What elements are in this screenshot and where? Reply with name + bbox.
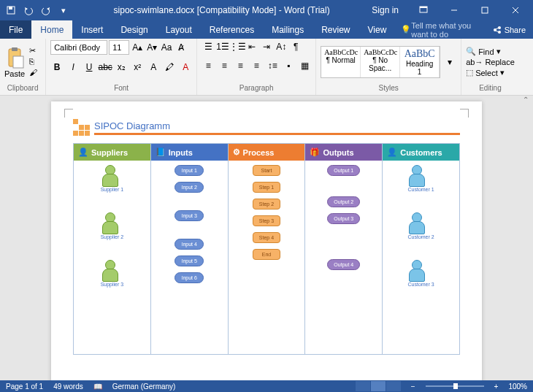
superscript-button[interactable]: x² xyxy=(131,61,144,74)
input-shape: Input 3 xyxy=(175,210,204,221)
lane-head-customers: 👤 Customers xyxy=(383,144,459,161)
sort-button[interactable]: A↕ xyxy=(275,40,288,53)
replace-button[interactable]: ab→ Replace xyxy=(466,58,515,66)
lane-inputs: 📘 Inputs Input 1 Input 2 Input 3 Input 4… xyxy=(151,144,229,354)
input-shape: Input 5 xyxy=(175,255,204,266)
shrink-font-button[interactable]: A▾ xyxy=(145,41,158,54)
justify-button[interactable]: ≡ xyxy=(250,59,263,72)
align-center-button[interactable]: ≡ xyxy=(218,59,231,72)
bullets-button[interactable]: ☰ xyxy=(202,40,215,53)
output-shape: Output 2 xyxy=(327,196,360,207)
person-icon xyxy=(407,212,425,234)
view-web-button[interactable] xyxy=(386,381,401,391)
decorative-squares-icon xyxy=(73,119,90,136)
group-paragraph: ☰ 1☰ ⋮☰ ⇤ ⇥ A↕ ¶ ≡ ≡ ≡ ≡ ↕≡ ▪ ▦ Paragrap… xyxy=(197,39,316,95)
tab-view[interactable]: View xyxy=(359,20,396,39)
group-styles: AaBbCcDc¶ Normal AaBbCcDc¶ No Spac... Aa… xyxy=(316,39,461,95)
borders-button[interactable]: ▦ xyxy=(298,59,311,72)
clipboard-icon xyxy=(4,46,25,69)
group-clipboard: Paste ✂ ⎘ 🖌 Clipboard xyxy=(0,39,46,95)
tab-file[interactable]: File xyxy=(0,20,31,39)
decrease-indent-button[interactable]: ⇤ xyxy=(245,40,258,53)
numbering-button[interactable]: 1☰ xyxy=(216,40,229,53)
zoom-slider[interactable] xyxy=(426,385,484,387)
ribbon: Paste ✂ ⎘ 🖌 Clipboard Calibri (Body 11 A… xyxy=(0,39,533,96)
crop-mark-icon xyxy=(460,109,469,118)
highlight-button[interactable]: 🖍 xyxy=(163,61,176,74)
tab-home[interactable]: Home xyxy=(31,20,72,39)
font-color-button[interactable]: A xyxy=(179,61,192,74)
undo-button[interactable] xyxy=(20,2,37,18)
sipoc-swimlane: 👤 Suppliers Supplier 1 Supplier 2 Suppli… xyxy=(73,143,460,355)
tab-design[interactable]: Design xyxy=(112,20,156,39)
input-shape: Input 2 xyxy=(175,182,204,193)
shading-button[interactable]: ▪ xyxy=(282,59,295,72)
find-button[interactable]: 🔍 Find ▾ xyxy=(466,47,515,56)
close-button[interactable] xyxy=(501,1,530,20)
line-spacing-button[interactable]: ↕≡ xyxy=(266,59,279,72)
lane-suppliers: 👤 Suppliers Supplier 1 Supplier 2 Suppli… xyxy=(74,144,151,354)
tab-layout[interactable]: Layout xyxy=(157,20,201,39)
tellme-search[interactable]: 💡 Tell me what you want to do xyxy=(401,20,485,39)
output-shape: Output 3 xyxy=(327,213,360,224)
style-nospacing[interactable]: AaBbCcDc¶ No Spac... xyxy=(361,47,400,77)
subscript-button[interactable]: x₂ xyxy=(115,61,128,74)
output-shape: Output 1 xyxy=(327,165,360,176)
collapse-ribbon-button[interactable]: ⌃ xyxy=(523,96,529,104)
lane-process: ⚙ Process Start Step 1 Step 2 Step 3 Ste… xyxy=(229,144,306,354)
lane-head-inputs: 📘 Inputs xyxy=(151,144,228,161)
signin-link[interactable]: Sign in xyxy=(372,5,399,15)
document-area[interactable]: SIPOC Diagramm 👤 Suppliers Supplier 1 Su… xyxy=(0,96,533,380)
increase-indent-button[interactable]: ⇥ xyxy=(260,40,273,53)
group-font: Calibri (Body 11 A▴ A▾ Aa A̷ B I U abc x… xyxy=(46,39,197,95)
word-count[interactable]: 49 words xyxy=(53,383,83,391)
underline-button[interactable]: U xyxy=(83,61,96,74)
page: SIPOC Diagramm 👤 Suppliers Supplier 1 Su… xyxy=(51,101,482,380)
tab-insert[interactable]: Insert xyxy=(72,20,112,39)
styles-more-button[interactable]: ▾ xyxy=(443,55,456,69)
zoom-in-button[interactable]: + xyxy=(494,383,499,391)
multilevel-button[interactable]: ⋮☰ xyxy=(231,40,244,53)
text-effects-button[interactable]: A xyxy=(147,61,160,74)
select-button[interactable]: ⬚ Select ▾ xyxy=(466,68,515,77)
font-size-combo[interactable]: 11 xyxy=(109,40,129,55)
ribbon-display-button[interactable] xyxy=(409,1,438,20)
zoom-level[interactable]: 100% xyxy=(508,383,527,391)
clear-formatting-button[interactable]: A̷ xyxy=(175,41,188,54)
paste-button[interactable]: Paste xyxy=(4,46,25,78)
spell-check-icon[interactable]: 📖 xyxy=(93,383,102,391)
person-icon xyxy=(407,165,425,187)
format-painter-button[interactable]: 🖌 xyxy=(29,68,41,78)
style-heading1[interactable]: AaBbCHeading 1 xyxy=(400,47,440,77)
view-read-button[interactable] xyxy=(356,381,370,391)
grow-font-button[interactable]: A▴ xyxy=(131,41,144,54)
align-left-button[interactable]: ≡ xyxy=(202,59,215,72)
maximize-button[interactable] xyxy=(470,1,499,20)
save-button[interactable] xyxy=(3,2,19,18)
copy-button[interactable]: ⎘ xyxy=(29,57,41,67)
language-status[interactable]: German (Germany) xyxy=(112,383,176,391)
minimize-button[interactable] xyxy=(440,1,469,20)
page-count[interactable]: Page 1 of 1 xyxy=(6,383,43,391)
strike-button[interactable]: abc xyxy=(99,61,112,74)
redo-button[interactable] xyxy=(38,2,54,18)
person-icon xyxy=(101,165,118,187)
lane-customers: 👤 Customers Customer 1 Customer 2 Custom… xyxy=(383,144,459,354)
change-case-button[interactable]: Aa xyxy=(160,41,173,54)
qat-customize-icon[interactable]: ▾ xyxy=(55,2,72,18)
font-name-combo[interactable]: Calibri (Body xyxy=(50,40,107,55)
show-marks-button[interactable]: ¶ xyxy=(289,40,302,53)
process-shape: Step 1 xyxy=(253,182,280,193)
tab-references[interactable]: References xyxy=(201,20,263,39)
cut-button[interactable]: ✂ xyxy=(29,46,41,56)
lane-head-suppliers: 👤 Suppliers xyxy=(74,144,150,161)
view-print-button[interactable] xyxy=(371,381,386,391)
zoom-out-button[interactable]: − xyxy=(411,383,415,391)
italic-button[interactable]: I xyxy=(66,61,80,74)
tab-review[interactable]: Review xyxy=(312,20,358,39)
align-right-button[interactable]: ≡ xyxy=(234,59,247,72)
share-button[interactable]: Share xyxy=(486,20,533,39)
tab-mailings[interactable]: Mailings xyxy=(263,20,312,39)
style-normal[interactable]: AaBbCcDc¶ Normal xyxy=(321,47,361,77)
bold-button[interactable]: B xyxy=(50,61,64,74)
